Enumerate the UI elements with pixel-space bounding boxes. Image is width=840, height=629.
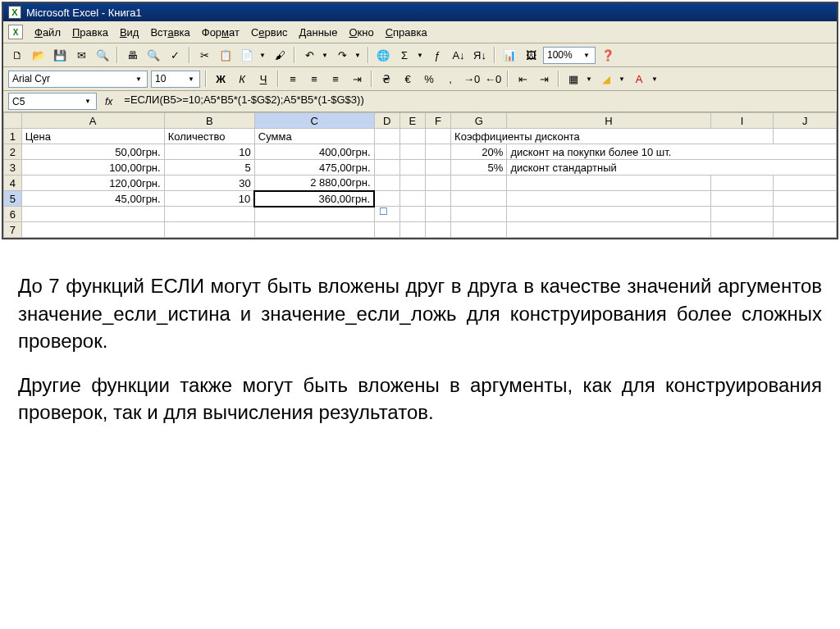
save-icon[interactable]: 💾	[51, 46, 69, 64]
cell[interactable]	[774, 175, 837, 191]
formula-input[interactable]: =ЕСЛИ(B5>=10;A5*B5*(1-$G$2);A5*B5*(1-$G$…	[121, 93, 832, 110]
col-header-B[interactable]: B	[164, 113, 254, 129]
help-icon[interactable]: ❓	[599, 46, 617, 64]
cell[interactable]: 120,00грн.	[21, 175, 164, 191]
copy-icon[interactable]: 📋	[217, 46, 235, 64]
borders-dropdown[interactable]: ▼	[586, 75, 594, 83]
menu-insert[interactable]: Вставка	[150, 26, 189, 39]
cell[interactable]	[774, 129, 837, 144]
font-name-input[interactable]: ▼	[8, 71, 148, 88]
new-icon[interactable]: 🗋	[8, 46, 26, 64]
row-header[interactable]: 5	[4, 191, 22, 207]
cell[interactable]	[399, 129, 425, 144]
cell[interactable]	[374, 129, 399, 144]
cell[interactable]	[21, 207, 164, 222]
cell[interactable]: 30	[164, 175, 254, 191]
chart-icon[interactable]: 📊	[500, 46, 518, 64]
font-color-icon[interactable]: A	[630, 70, 648, 88]
format-painter-icon[interactable]: 🖌	[271, 46, 289, 64]
menu-view[interactable]: Вид	[120, 26, 139, 39]
autosum-icon[interactable]: Σ	[395, 46, 413, 64]
cell[interactable]	[425, 207, 450, 222]
cell[interactable]	[164, 222, 254, 238]
cell-selected[interactable]: 360,00грн.	[254, 191, 374, 207]
spreadsheet-grid[interactable]: A B C D E F G H I J 1 Цена Количество Су…	[3, 112, 837, 238]
bold-button[interactable]: Ж	[212, 70, 230, 88]
cell[interactable]	[710, 191, 774, 207]
menu-data[interactable]: Данные	[299, 26, 337, 39]
comma-icon[interactable]: ,	[441, 70, 459, 88]
cell[interactable]: 5	[164, 160, 254, 175]
col-header-D[interactable]: D	[374, 113, 399, 129]
autosum-dropdown[interactable]: ▼	[417, 52, 425, 59]
cell[interactable]: Коэффициенты дисконта	[451, 129, 774, 144]
menu-help[interactable]: Справка	[386, 26, 427, 39]
increase-indent-icon[interactable]: ⇥	[535, 70, 553, 88]
italic-button[interactable]: К	[233, 70, 251, 88]
doc-icon[interactable]: X	[8, 25, 23, 39]
fill-dropdown[interactable]: ▼	[619, 75, 627, 83]
cell[interactable]	[399, 144, 425, 160]
sort-asc-icon[interactable]: A↓	[450, 46, 468, 64]
underline-button[interactable]: Ч	[254, 70, 272, 88]
cell[interactable]	[507, 207, 710, 222]
cell[interactable]: дисконт стандартный	[507, 160, 837, 175]
font-size-input[interactable]: ▼	[151, 71, 200, 88]
cell[interactable]	[774, 207, 837, 222]
cell[interactable]: Количество	[164, 129, 254, 144]
drawing-icon[interactable]: 🖼	[522, 46, 540, 64]
name-box[interactable]: C5▼	[8, 93, 97, 110]
decrease-decimal-icon[interactable]: ←0	[484, 70, 502, 88]
sort-desc-icon[interactable]: Я↓	[471, 46, 489, 64]
col-header-J[interactable]: J	[774, 113, 837, 129]
cell[interactable]: Сумма	[254, 129, 374, 144]
spellcheck-icon[interactable]: ✓	[166, 46, 184, 64]
cell[interactable]	[254, 207, 374, 222]
cell[interactable]: дисконт на покупки более 10 шт.	[507, 144, 837, 160]
cell[interactable]: 475,00грн.	[254, 160, 374, 175]
cell[interactable]	[425, 175, 450, 191]
col-header-E[interactable]: E	[399, 113, 425, 129]
select-all-corner[interactable]	[4, 113, 22, 129]
cell[interactable]	[451, 175, 507, 191]
col-header-A[interactable]: A	[21, 113, 164, 129]
cut-icon[interactable]: ✂	[195, 46, 213, 64]
cell[interactable]	[425, 191, 450, 207]
col-header-I[interactable]: I	[710, 113, 774, 129]
merge-center-icon[interactable]: ⇥	[348, 70, 366, 88]
cell[interactable]	[710, 222, 774, 238]
cell[interactable]: Цена	[21, 129, 164, 144]
cell[interactable]	[451, 207, 507, 222]
fontcolor-dropdown[interactable]: ▼	[651, 75, 660, 83]
cell[interactable]	[399, 191, 425, 207]
cell[interactable]	[399, 207, 425, 222]
cell[interactable]	[425, 129, 450, 144]
paste-dropdown[interactable]: ▼	[259, 52, 267, 59]
euro-icon[interactable]: €	[399, 70, 417, 88]
cell[interactable]: 45,00грн.	[21, 191, 164, 207]
cell[interactable]	[774, 222, 837, 238]
fill-color-icon[interactable]: ◢	[597, 70, 615, 88]
redo-dropdown[interactable]: ▼	[354, 52, 363, 59]
cell[interactable]: 400,00грн.	[254, 144, 374, 160]
cell[interactable]: 10	[164, 191, 254, 207]
cell[interactable]	[374, 160, 399, 175]
cell[interactable]	[399, 222, 425, 238]
menu-edit[interactable]: Правка	[72, 26, 108, 39]
menu-format[interactable]: Формат	[202, 26, 240, 39]
cell[interactable]	[254, 222, 374, 238]
cell[interactable]: 2 880,00грн.	[254, 175, 374, 191]
paste-icon[interactable]: 📄	[238, 46, 256, 64]
cell[interactable]	[399, 175, 425, 191]
cell[interactable]	[374, 222, 399, 238]
cell[interactable]	[710, 207, 774, 222]
currency-icon[interactable]: ₴	[377, 70, 395, 88]
cell[interactable]: 50,00грн.	[21, 144, 164, 160]
cell[interactable]: 20%	[451, 144, 507, 160]
cell[interactable]	[507, 222, 710, 238]
col-header-C[interactable]: C	[254, 113, 374, 129]
cell[interactable]: 100,00грн.	[21, 160, 164, 175]
email-icon[interactable]: ✉	[72, 46, 90, 64]
cell[interactable]	[425, 160, 450, 175]
cell[interactable]	[21, 222, 164, 238]
